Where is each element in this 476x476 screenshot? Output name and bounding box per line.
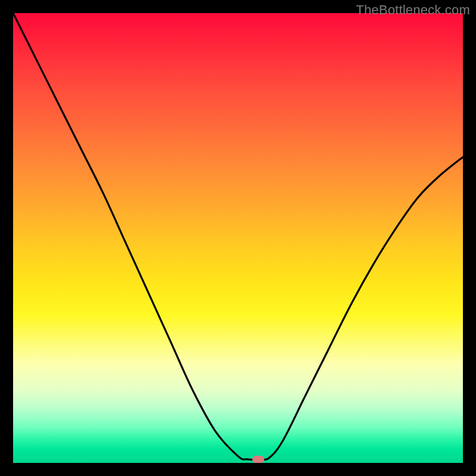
watermark-text: TheBottleneck.com: [356, 2, 470, 18]
curve-path: [13, 13, 463, 460]
chart-frame: TheBottleneck.com: [0, 0, 476, 476]
selected-point-marker: [252, 456, 264, 463]
bottleneck-curve: [13, 13, 463, 463]
plot-area: [13, 13, 463, 463]
